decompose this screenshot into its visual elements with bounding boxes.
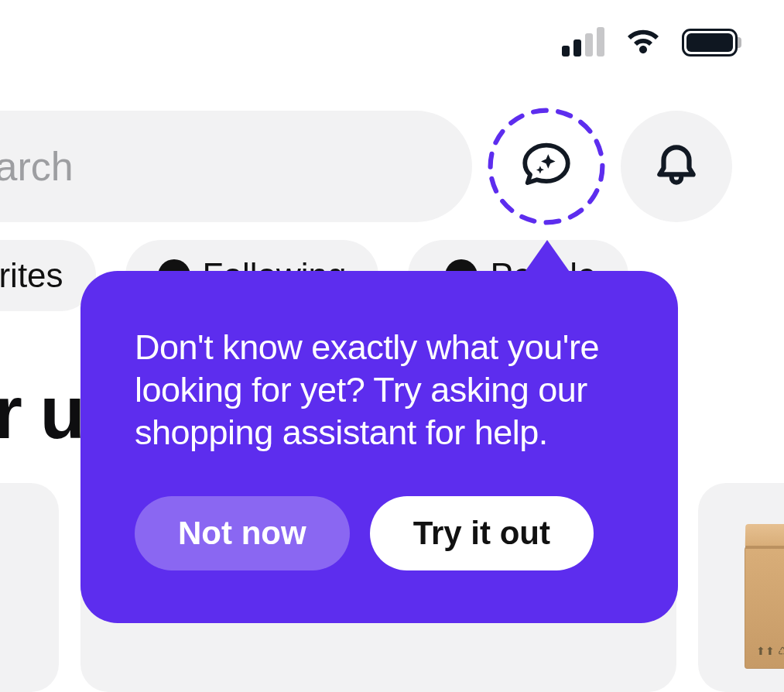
assistant-popover: Don't know exactly what you're looking f… — [80, 271, 678, 623]
cellular-signal-icon — [562, 29, 604, 57]
top-bar: Search — [0, 111, 732, 222]
chip-label: vorites — [0, 256, 63, 295]
dismiss-button[interactable]: Not now — [135, 496, 350, 570]
status-bar — [0, 0, 784, 85]
search-input[interactable]: Search — [0, 111, 472, 222]
popover-arrow — [523, 240, 571, 274]
highlight-ring — [487, 107, 606, 226]
confirm-button[interactable]: Try it out — [370, 496, 594, 570]
package-card[interactable]: ⬆⬆ ♺ — [698, 483, 784, 692]
assistant-button[interactable] — [491, 111, 602, 222]
wifi-icon — [625, 27, 662, 58]
svg-point-0 — [491, 111, 603, 223]
notifications-button[interactable] — [621, 111, 732, 222]
page-title: er u — [0, 370, 84, 455]
bell-icon — [651, 139, 702, 194]
popover-text: Don't know exactly what you're looking f… — [135, 327, 624, 454]
package-card[interactable]: ⬆⬆ — [0, 483, 59, 692]
battery-icon — [682, 29, 738, 57]
